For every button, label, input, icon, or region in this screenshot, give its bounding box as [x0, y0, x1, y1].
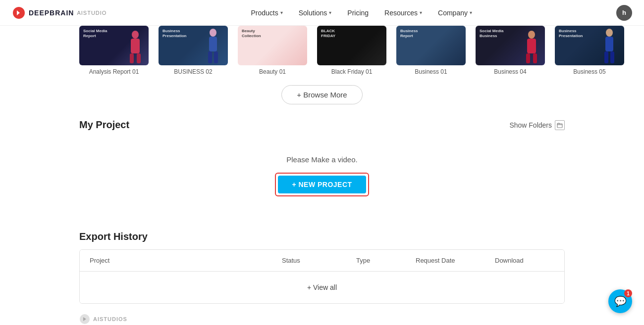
templates-row: Social MediaReport Analysis Report 01 Bu…: [0, 26, 644, 75]
template-item[interactable]: Social MediaBusiness Business 04: [476, 26, 545, 75]
footer-logo-icon: [79, 314, 90, 325]
chevron-down-icon: ▾: [329, 10, 331, 15]
template-thumb: BeautyCollection: [238, 26, 307, 65]
template-label: Business 05: [573, 68, 605, 75]
chevron-down-icon: ▾: [420, 10, 422, 15]
template-item[interactable]: BusinessReport Business 01: [396, 26, 466, 75]
svg-point-0: [132, 31, 139, 39]
nav-links: Products ▾ Solutions ▾ Pricing Resources…: [251, 9, 472, 17]
template-item[interactable]: BeautyCollection Beauty 01: [238, 26, 307, 75]
nav-pricing[interactable]: Pricing: [347, 9, 369, 17]
template-item[interactable]: Social MediaReport Analysis Report 01: [79, 26, 149, 75]
template-thumb: BLACKFRIDAY: [317, 26, 386, 65]
chat-icon: 💬: [614, 295, 627, 307]
template-thumb: Social MediaReport: [79, 26, 149, 65]
chat-badge: 1: [624, 289, 632, 297]
svg-rect-9: [527, 39, 536, 53]
my-project-empty-state: Please Make a video. + NEW PROJECT: [79, 140, 565, 216]
avatar[interactable]: h: [616, 5, 632, 21]
export-table-body: + View all: [80, 272, 564, 303]
main-content: Social MediaReport Analysis Report 01 Bu…: [0, 26, 644, 325]
chat-bubble-button[interactable]: 💬 1: [608, 289, 632, 313]
deepbrain-logo-icon: [12, 6, 26, 20]
svg-rect-6: [208, 51, 212, 63]
export-history-table: Project Status Type Request Date Downloa…: [79, 249, 565, 304]
svg-rect-13: [605, 37, 613, 51]
svg-rect-3: [137, 53, 141, 63]
chevron-down-icon: ▾: [280, 10, 283, 15]
nav-solutions[interactable]: Solutions ▾: [299, 9, 332, 17]
nav-company[interactable]: Company ▾: [438, 9, 472, 17]
svg-rect-11: [533, 53, 537, 63]
template-thumb: BusinessPresentation: [555, 26, 624, 65]
svg-rect-7: [214, 51, 218, 63]
col-status: Status: [282, 257, 356, 264]
template-thumb: BusinessPresentation: [159, 26, 228, 65]
template-label: Beauty 01: [259, 68, 286, 75]
footer-brand-name: AISTUDIOS: [93, 316, 127, 322]
template-item[interactable]: BusinessPresentation Business 05: [555, 26, 624, 75]
template-label: Business 01: [415, 68, 447, 75]
view-all-button[interactable]: + View all: [80, 272, 564, 303]
my-project-title: My Project: [79, 119, 129, 131]
browse-more-wrap: + Browse More: [0, 85, 644, 104]
col-project: Project: [90, 257, 282, 264]
template-item[interactable]: BLACKFRIDAY Black Friday 01: [317, 26, 386, 75]
template-label: Business 04: [494, 68, 526, 75]
person-figure: [600, 28, 618, 65]
show-folders-button[interactable]: Show Folders: [509, 120, 565, 130]
svg-rect-2: [130, 53, 134, 63]
template-label: Black Friday 01: [331, 68, 373, 75]
col-request-date: Request Date: [416, 257, 495, 264]
template-thumb: Social MediaBusiness: [476, 26, 545, 65]
svg-point-4: [210, 29, 216, 37]
footer-area: AISTUDIOS: [0, 304, 644, 325]
svg-rect-15: [610, 51, 614, 63]
person-figure: [126, 30, 145, 65]
brand-subtitle: AISTUDIO: [77, 10, 107, 16]
template-item[interactable]: BusinessPresentation BUSINESS 02: [159, 26, 228, 75]
show-folders-label: Show Folders: [509, 121, 552, 129]
nav-products[interactable]: Products ▾: [251, 9, 282, 17]
col-download: Download: [495, 257, 554, 264]
export-history-section: Export History Project Status Type Reque…: [0, 231, 644, 304]
export-table-header: Project Status Type Request Date Downloa…: [80, 250, 564, 272]
svg-rect-1: [131, 39, 140, 53]
svg-rect-5: [209, 37, 217, 51]
brand-name: DEEPBRAIN: [29, 9, 74, 17]
person-figure: [204, 28, 222, 65]
col-type: Type: [356, 257, 416, 264]
chevron-down-icon: ▾: [470, 10, 472, 15]
nav-right: h: [616, 5, 632, 21]
my-project-header: My Project Show Folders: [79, 119, 565, 131]
person-figure: [522, 30, 541, 65]
nav-resources[interactable]: Resources ▾: [384, 9, 422, 17]
svg-rect-10: [526, 53, 530, 63]
template-label: BUSINESS 02: [174, 68, 212, 75]
svg-point-8: [528, 31, 535, 39]
navbar: DEEPBRAIN AISTUDIO Products ▾ Solutions …: [0, 0, 644, 26]
svg-point-12: [606, 29, 613, 37]
svg-rect-14: [604, 51, 608, 63]
brand-logo[interactable]: DEEPBRAIN AISTUDIO: [12, 6, 107, 20]
new-project-button[interactable]: + NEW PROJECT: [278, 176, 366, 193]
my-project-section: My Project Show Folders Please Make a vi…: [0, 119, 644, 216]
folder-icon: [555, 120, 565, 130]
empty-state-text: Please Make a video.: [286, 155, 357, 164]
new-project-highlight: + NEW PROJECT: [275, 173, 369, 196]
export-history-title: Export History: [79, 231, 565, 242]
svg-rect-16: [557, 124, 562, 128]
template-label: Analysis Report 01: [89, 68, 139, 75]
template-thumb: BusinessReport: [396, 26, 466, 65]
browse-more-button[interactable]: + Browse More: [281, 85, 362, 104]
